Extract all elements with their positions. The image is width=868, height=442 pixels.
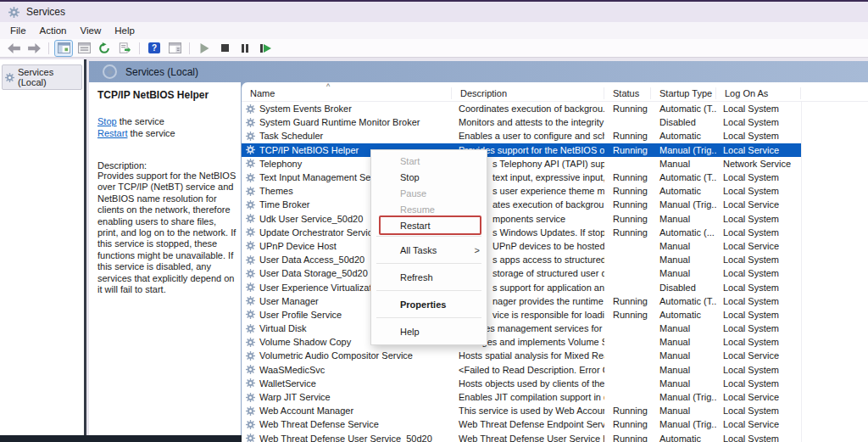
table-row[interactable]: Telephony s Telephony API (TAPI) supp...… [242, 157, 801, 171]
table-row[interactable]: Web Threat Defense Service Web Threat De… [242, 417, 801, 431]
service-name: Themes [259, 186, 293, 196]
help-icon[interactable]: ? [146, 41, 163, 56]
service-description: Web Threat Defense User Service hel... [452, 434, 604, 442]
service-name: WalletService [259, 378, 316, 389]
service-gear-icon [246, 310, 255, 319]
service-rows: System Events Broker Coordinates executi… [242, 102, 868, 442]
table-row[interactable]: User Manager nager provides the runtime … [242, 294, 801, 308]
menu-item-help[interactable]: Help [371, 321, 487, 342]
back-arrow-icon[interactable] [5, 41, 22, 56]
column-header-startup-type[interactable]: Startup Type [651, 87, 716, 99]
menu-item-start[interactable]: Start [371, 153, 487, 169]
menu-item-stop[interactable]: Stop [371, 169, 487, 185]
table-row[interactable]: System Events Broker Coordinates executi… [242, 102, 801, 115]
menu-item-label: Start [400, 156, 420, 166]
service-log-on-as: Local Service [716, 145, 801, 155]
table-row[interactable]: System Guard Runtime Monitor Broker Moni… [242, 115, 801, 129]
table-row[interactable]: TCP/IP NetBIOS Helper Provides support f… [242, 143, 801, 157]
menu-item-label: Stop [400, 172, 420, 182]
stop-service-link[interactable]: Stop [97, 116, 117, 126]
table-row[interactable]: Udk User Service_50d20 mponents service … [242, 212, 801, 226]
service-startup-type: Manual [651, 255, 716, 265]
submenu-chevron-icon: > [475, 245, 480, 255]
service-name: User Profile Service [259, 310, 342, 320]
service-log-on-as: Local System [716, 323, 801, 333]
menu-item-label: Properties [400, 299, 446, 310]
table-row[interactable]: WalletService Hosts objects used by clie… [242, 377, 801, 390]
menu-item-pause[interactable]: Pause [371, 185, 487, 201]
menu-item-label: All Tasks [400, 245, 437, 255]
menu-file[interactable]: File [3, 24, 33, 37]
service-startup-type: Automatic [651, 310, 716, 320]
refresh-icon[interactable] [96, 41, 113, 56]
table-row[interactable]: User Data Access_50d20 s apps access to … [242, 253, 801, 266]
menu-item-label: Pause [400, 188, 426, 199]
table-row[interactable]: Warp JIT Service Enables JIT compilation… [242, 390, 801, 404]
menu-item-refresh[interactable]: Refresh [371, 266, 487, 288]
service-status: Running [604, 131, 651, 141]
restart-service-link[interactable]: Restart [97, 128, 127, 138]
table-row[interactable]: User Data Storage_50d20 storage of struc… [242, 266, 801, 280]
table-row[interactable]: Volume Shadow Copy Manages and implement… [242, 335, 801, 349]
column-header-description[interactable]: Description [452, 87, 604, 99]
service-status: Running [604, 227, 651, 238]
service-startup-type: Manual (Trig... [651, 419, 716, 429]
description-text: Provides support for the NetBIOS over TC… [97, 171, 236, 295]
table-row[interactable]: UPnP Device Host UPnP devices to be host… [242, 239, 801, 253]
service-log-on-as: Local System [716, 406, 801, 416]
services-gear-icon [5, 73, 14, 82]
table-row[interactable]: User Experience Virtualization s support… [242, 280, 801, 294]
start-service-icon[interactable] [196, 41, 213, 56]
service-startup-type: Disabled [651, 283, 716, 293]
pause-service-icon[interactable] [236, 41, 253, 56]
column-header-status[interactable]: Status [604, 87, 651, 99]
service-description: <Failed to Read Description. Error C... [452, 365, 604, 375]
service-name: Volume Shadow Copy [259, 337, 351, 347]
service-name: Telephony [259, 159, 302, 169]
restart-service-icon[interactable] [257, 41, 274, 56]
service-gear-icon [246, 131, 255, 141]
service-startup-type: Manual [651, 214, 716, 224]
tree-item-services-local[interactable]: Services (Local) [2, 64, 82, 90]
menu-view[interactable]: View [74, 24, 108, 37]
menu-item-properties[interactable]: Properties [371, 294, 487, 315]
service-name: Task Scheduler [259, 131, 323, 141]
stop-service-icon[interactable] [216, 41, 233, 56]
properties-window-icon[interactable] [75, 41, 92, 56]
table-row[interactable]: WaaSMedicSvc <Failed to Read Description… [242, 363, 801, 377]
menu-action[interactable]: Action [33, 24, 74, 37]
restart-suffix: the service [127, 128, 175, 138]
table-row[interactable]: Task Scheduler Enables a user to configu… [242, 129, 801, 143]
service-log-on-as: Local System [716, 255, 801, 265]
service-log-on-as: Local System [716, 131, 801, 141]
table-row[interactable]: User Profile Service vice is responsible… [242, 308, 801, 322]
show-action-pane-icon[interactable] [166, 41, 183, 56]
service-gear-icon [246, 283, 255, 292]
service-startup-type: Manual (Trig... [651, 145, 716, 155]
service-startup-type: Automatic [651, 186, 716, 196]
menu-item-restart[interactable]: Restart [371, 217, 487, 233]
column-header-log-on-as[interactable]: Log On As [716, 87, 801, 99]
forward-arrow-icon[interactable] [25, 41, 42, 56]
column-header-name[interactable]: Name [242, 87, 452, 99]
show-console-tree-icon[interactable] [55, 41, 72, 56]
table-row[interactable]: Web Account Manager This service is used… [242, 404, 801, 417]
service-description: Monitors and attests to the integrity ..… [452, 117, 604, 127]
table-row[interactable]: Themes s user experience theme ma... Run… [242, 184, 801, 198]
table-row[interactable]: Update Orchestrator Service s Windows Up… [242, 226, 801, 239]
export-list-icon[interactable] [116, 41, 133, 56]
service-startup-type: Disabled [651, 117, 716, 127]
table-row[interactable]: Time Broker ates execution of backgrou..… [242, 198, 801, 211]
service-startup-type: Automatic (... [651, 227, 716, 238]
service-gear-icon [246, 338, 255, 347]
table-row[interactable]: Volumetric Audio Compositor Service Host… [242, 349, 801, 362]
service-gear-icon [246, 406, 255, 416]
menu-item-all-tasks[interactable]: All Tasks> [371, 239, 487, 260]
app-icon [8, 7, 19, 18]
table-row[interactable]: Text Input Management Service text input… [242, 171, 801, 184]
menu-help[interactable]: Help [108, 24, 142, 37]
table-row[interactable]: Virtual Disk Provides management service… [242, 322, 801, 335]
service-gear-icon [246, 227, 255, 237]
table-row[interactable]: Web Threat Defense User Service_50d20 We… [242, 432, 801, 442]
service-gear-icon [246, 351, 255, 361]
